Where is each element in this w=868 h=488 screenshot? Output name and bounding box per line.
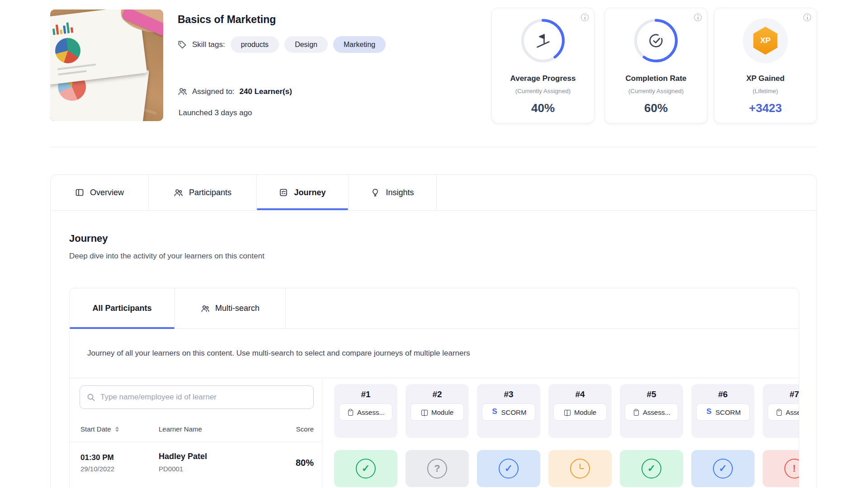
info-icon[interactable] xyxy=(803,14,811,21)
step-header: #1 Assess... xyxy=(334,384,397,438)
skill-tag-marketing: Marketing xyxy=(333,36,386,53)
row-employee-id: PD0001 xyxy=(159,465,183,473)
assessment-icon xyxy=(632,408,640,416)
tab-label: Multi-search xyxy=(215,304,259,313)
launched-text: Launched 3 days ago xyxy=(179,108,252,117)
tab-bar: Overview Participants Journey xyxy=(51,175,816,211)
row-start-time: 01:30 PM xyxy=(80,453,114,462)
step-type-pill: SCORM xyxy=(482,404,535,421)
page-title: Basics of Marketing xyxy=(178,14,276,26)
people-icon xyxy=(174,188,183,197)
tab-label: Overview xyxy=(90,188,124,197)
step-number: #2 xyxy=(432,389,442,399)
scorm-icon xyxy=(491,408,498,416)
column-score: Score xyxy=(269,425,314,433)
tab-insights[interactable]: Insights xyxy=(349,175,437,210)
assigned-row: Assigned to: 240 Learner(s) xyxy=(178,87,292,96)
status-error-icon[interactable] xyxy=(763,450,799,487)
step-type-label: Assess... xyxy=(357,408,385,416)
row-score: 80% xyxy=(269,458,314,468)
assigned-count: 240 Learner(s) xyxy=(240,87,292,96)
assessment-icon xyxy=(347,408,354,416)
info-icon[interactable] xyxy=(581,14,589,21)
column-label: Learner Name xyxy=(159,425,202,433)
stat-subtitle: (Currently Assigned) xyxy=(605,88,707,94)
status-success-icon[interactable] xyxy=(620,450,683,487)
tab-all-participants[interactable]: All Participants xyxy=(70,288,175,328)
milestone-flag-icon xyxy=(534,32,552,50)
tab-multi-search[interactable]: Multi-search xyxy=(175,288,286,328)
completion-rate-ring xyxy=(633,18,679,63)
journey-checklist-icon xyxy=(279,188,288,197)
goal-check-icon xyxy=(647,32,665,50)
step-type-label: Assess... xyxy=(643,408,670,416)
divider xyxy=(322,378,322,488)
tab-overview[interactable]: Overview xyxy=(51,175,149,210)
step-number: #1 xyxy=(361,389,370,399)
step-type-pill: Module xyxy=(410,404,464,421)
status-glyph xyxy=(499,459,519,479)
status-glyph xyxy=(356,459,376,479)
people-icon xyxy=(178,87,187,96)
status-success-icon[interactable] xyxy=(334,450,397,487)
overview-icon xyxy=(75,188,84,197)
step-header: #4 Module xyxy=(548,384,612,438)
status-glyph xyxy=(642,459,661,479)
step-header: #3 SCORM xyxy=(477,384,540,438)
journey-tab-bar: All Participants Multi-search xyxy=(70,288,799,329)
tab-label: Insights xyxy=(386,188,414,197)
status-info-icon[interactable] xyxy=(691,450,755,487)
status-glyph xyxy=(713,459,733,479)
step-header: #6 SCORM xyxy=(691,384,755,438)
skill-tags-label: Skill tags: xyxy=(192,40,225,49)
xp-hexagon-icon: XP xyxy=(752,27,778,55)
stat-name: XP Gained xyxy=(714,74,816,83)
assessment-icon xyxy=(775,408,783,416)
step-header: #2 Module xyxy=(406,384,469,438)
column-label: Start Date xyxy=(80,425,111,433)
step-type-pill: SCORM xyxy=(696,404,750,421)
tab-journey[interactable]: Journey xyxy=(257,175,349,210)
step-type-label: SCORM xyxy=(501,408,527,416)
journey-panel: All Participants Multi-search Journey of… xyxy=(69,288,799,488)
skill-tag-design: Design xyxy=(284,36,328,53)
step-type-pill: Assess... xyxy=(625,404,678,421)
row-learner-name: Hadley Patel xyxy=(159,452,207,461)
tab-label: All Participants xyxy=(92,304,151,313)
step-header: #7 Assess... xyxy=(763,384,799,438)
search-input[interactable] xyxy=(100,393,307,402)
sort-icon[interactable] xyxy=(115,427,119,432)
tag-icon xyxy=(178,40,187,49)
row-start-date: 29/10/2022 xyxy=(80,465,114,473)
skill-tags-row: Skill tags: products Design Marketing xyxy=(178,36,386,53)
status-glyph xyxy=(784,459,799,479)
thumbnail-decoration xyxy=(58,70,87,75)
divider xyxy=(70,441,322,442)
average-progress-ring xyxy=(520,18,566,63)
stat-card-average-progress: Average Progress (Currently Assigned) 40… xyxy=(491,8,594,123)
step-type-label: SCORM xyxy=(716,408,741,416)
status-pending-icon[interactable] xyxy=(548,450,612,487)
tab-label: Journey xyxy=(294,188,326,197)
people-icon xyxy=(201,304,210,313)
info-icon[interactable] xyxy=(694,14,702,21)
module-icon xyxy=(564,408,571,416)
stat-card-xp-gained: XP XP Gained (Lifetime) +3423 xyxy=(714,8,817,123)
step-number: #6 xyxy=(718,389,727,399)
status-unknown-icon[interactable] xyxy=(406,450,469,487)
divider xyxy=(50,147,817,147)
xp-badge: XP xyxy=(743,18,788,63)
tab-label: Participants xyxy=(189,188,231,197)
content-card: Overview Participants Journey xyxy=(50,174,817,488)
column-label: Score xyxy=(296,425,314,433)
stat-subtitle: (Lifetime) xyxy=(714,88,816,94)
tab-participants[interactable]: Participants xyxy=(149,175,257,210)
section-subtitle: Deep dive into the activity of your lear… xyxy=(69,252,264,261)
thumbnail-decoration xyxy=(57,64,96,70)
status-info-icon[interactable] xyxy=(477,450,540,487)
search-icon xyxy=(86,393,96,402)
step-number: #3 xyxy=(504,389,513,399)
stat-card-completion-rate: Completion Rate (Currently Assigned) 60% xyxy=(604,8,708,123)
step-type-pill: Assess... xyxy=(339,404,392,421)
step-number: #5 xyxy=(646,389,656,399)
